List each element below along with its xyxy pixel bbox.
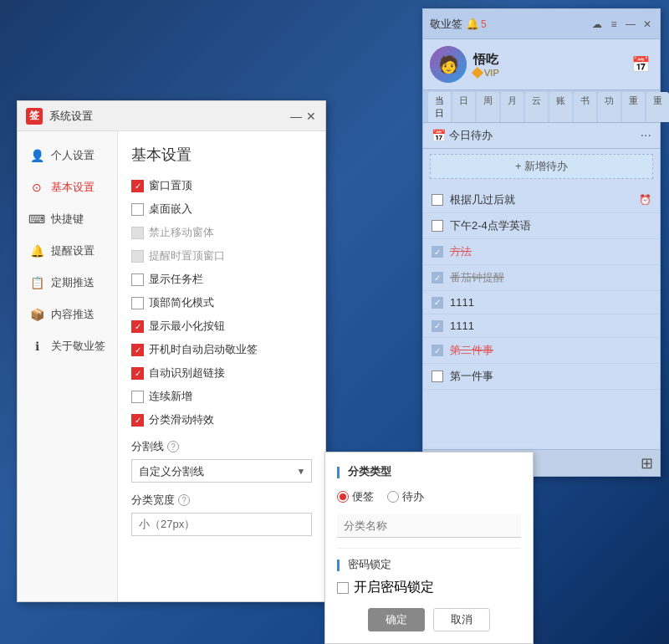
todo-checkbox-6[interactable] xyxy=(432,345,443,356)
more-button[interactable]: ··· xyxy=(641,128,651,143)
todo-checkbox-3[interactable] xyxy=(432,272,443,284)
minimize-sticky-button[interactable]: — xyxy=(625,18,636,30)
menu-icon[interactable]: ≡ xyxy=(608,18,620,30)
grid-view-button[interactable]: ⊞ xyxy=(641,454,653,473)
cancel-button[interactable]: 取消 xyxy=(433,608,490,631)
settings-main-content: 基本设置 窗口置顶 桌面嵌入 禁止移动窗体 xyxy=(118,131,325,601)
sticky-title-left: 敬业签 🔔 5 xyxy=(430,17,586,32)
checkbox-show-taskbar[interactable] xyxy=(131,273,144,286)
sidebar-item-content-push[interactable]: 📦 内容推送 xyxy=(18,299,117,330)
settings-section-title: 基本设置 xyxy=(131,145,312,165)
basic-icon: ⊙ xyxy=(29,180,44,195)
config-section-title: 分类类型 xyxy=(337,464,521,479)
checkbox-auto-start[interactable] xyxy=(131,344,144,356)
todo-checkbox-5[interactable] xyxy=(432,320,443,332)
category-name-input[interactable] xyxy=(337,514,521,538)
add-todo-button[interactable]: + 新增待办 xyxy=(430,154,653,179)
todo-text-7: 第一件事 xyxy=(450,369,493,384)
system-settings-window: 签 系统设置 — ✕ 👤 个人设置 ⊙ 基本设置 ⌨ 快捷键 🔔 提醒设置 xyxy=(17,100,326,602)
checkbox-continuous-add[interactable] xyxy=(131,391,144,403)
radio-sticky[interactable]: 便签 xyxy=(337,489,374,504)
badge-count: 5 xyxy=(481,18,487,30)
tab-current-day[interactable]: 当日 xyxy=(428,92,451,122)
setting-auto-link: 自动识别超链接 xyxy=(131,365,312,381)
sticky-titlebar: 敬业签 🔔 5 ☁ ≡ — ✕ xyxy=(423,9,660,39)
close-sticky-button[interactable]: ✕ xyxy=(641,18,653,30)
checkbox-window-top[interactable] xyxy=(131,180,144,192)
setting-slide-effect: 分类滑动特效 xyxy=(131,412,312,427)
user-avatar: 🧑 xyxy=(430,46,467,83)
tab-task[interactable]: 功 xyxy=(598,92,620,122)
user-info: 悟吃 VIP xyxy=(473,52,621,78)
setting-continuous-add: 连续新增 xyxy=(131,389,312,404)
sidebar-item-scheduled[interactable]: 📋 定期推送 xyxy=(18,267,117,299)
user-name: 悟吃 xyxy=(473,52,621,68)
sidebar-item-shortcuts[interactable]: ⌨ 快捷键 xyxy=(18,203,117,235)
setting-continuous-add-label: 连续新增 xyxy=(149,389,192,404)
sticky-window-controls: ☁ ≡ — ✕ xyxy=(591,18,653,30)
todo-text-0: 根据几过后就 xyxy=(450,192,515,207)
category-width-section: 分类宽度 ? xyxy=(131,493,312,536)
help-icon-width[interactable]: ? xyxy=(178,494,190,506)
todo-text-6: 第二件事 xyxy=(450,343,493,358)
todo-checkbox-1[interactable] xyxy=(432,220,443,232)
tab-cloud[interactable]: 云 xyxy=(525,92,548,122)
setting-reminder-top: 提醒时置顶窗口 xyxy=(131,248,312,263)
tab-week[interactable]: 周 xyxy=(477,92,499,122)
todo-text-2: 方法 xyxy=(450,244,472,259)
checkbox-desktop-embed[interactable] xyxy=(131,203,144,216)
password-section-marker xyxy=(337,560,340,571)
tab-month[interactable]: 月 xyxy=(501,92,523,122)
tab-account[interactable]: 账 xyxy=(549,92,572,122)
section-marker-icon xyxy=(337,467,340,478)
todo-checkbox-2[interactable] xyxy=(432,246,443,258)
todo-checkbox-7[interactable] xyxy=(432,371,443,382)
tab-important2[interactable]: 重 xyxy=(646,92,669,122)
password-checkbox[interactable] xyxy=(337,582,349,594)
sidebar-item-basic-label: 基本设置 xyxy=(51,180,94,195)
person-icon: 👤 xyxy=(29,148,44,163)
sidebar-item-personal[interactable]: 👤 个人设置 xyxy=(18,140,117,171)
sys-settings-body: 👤 个人设置 ⊙ 基本设置 ⌨ 快捷键 🔔 提醒设置 📋 定期推送 📦 内容 xyxy=(18,131,325,601)
today-icon: 📅 xyxy=(432,129,446,142)
page-tab-bar: 当日 日 周 月 云 账 书 功 重 重 xyxy=(423,90,660,123)
sidebar-item-about[interactable]: ℹ 关于敬业签 xyxy=(18,330,117,362)
close-button[interactable]: ✕ xyxy=(305,110,317,122)
today-label: 今日待办 xyxy=(449,128,641,143)
todo-text-4: 1111 xyxy=(450,296,474,309)
setting-no-move-label: 禁止移动窗体 xyxy=(149,225,214,240)
minimize-button[interactable]: — xyxy=(290,110,302,122)
sidebar-item-basic[interactable]: ⊙ 基本设置 xyxy=(18,171,117,203)
setting-top-simple: 顶部简化模式 xyxy=(131,295,312,310)
todo-text-1: 下午2-4点学英语 xyxy=(450,218,531,233)
config-action-buttons: 确定 取消 xyxy=(337,608,521,631)
setting-show-taskbar-label: 显示任务栏 xyxy=(149,272,203,287)
radio-todo[interactable]: 待办 xyxy=(387,489,424,504)
todo-checkbox-0[interactable] xyxy=(432,194,443,206)
calendar-button[interactable]: 📅 xyxy=(628,52,653,77)
checkbox-show-minimize[interactable] xyxy=(131,320,144,333)
category-width-label: 分类宽度 ? xyxy=(131,493,312,508)
tab-book[interactable]: 书 xyxy=(574,92,596,122)
checkbox-slide-effect[interactable] xyxy=(131,414,144,427)
todo-checkbox-4[interactable] xyxy=(432,297,443,309)
radio-sticky-circle xyxy=(337,491,349,503)
sidebar-item-about-label: 关于敬业签 xyxy=(51,339,105,354)
cloud-icon[interactable]: ☁ xyxy=(591,18,603,30)
divider-select[interactable]: 自定义分割线 xyxy=(131,459,312,483)
tab-day[interactable]: 日 xyxy=(452,92,475,122)
checkbox-top-simple[interactable] xyxy=(131,297,144,309)
todo-text-3: 番茄钟提醒 xyxy=(450,270,504,285)
help-icon-divider[interactable]: ? xyxy=(167,441,179,452)
checkbox-auto-link[interactable] xyxy=(131,367,144,380)
tab-important1[interactable]: 重 xyxy=(622,92,645,122)
list-item: 第一件事 xyxy=(423,364,660,390)
setting-show-minimize-label: 显示最小化按钮 xyxy=(149,319,225,334)
sidebar-item-reminder[interactable]: 🔔 提醒设置 xyxy=(18,235,117,267)
password-checkbox-row: 开启密码锁定 xyxy=(337,579,521,596)
content-icon: 📦 xyxy=(29,307,44,322)
confirm-button[interactable]: 确定 xyxy=(368,608,425,631)
category-width-input[interactable] xyxy=(131,513,312,536)
list-item: 番茄钟提醒 xyxy=(423,265,660,291)
radio-todo-label: 待办 xyxy=(402,489,424,504)
